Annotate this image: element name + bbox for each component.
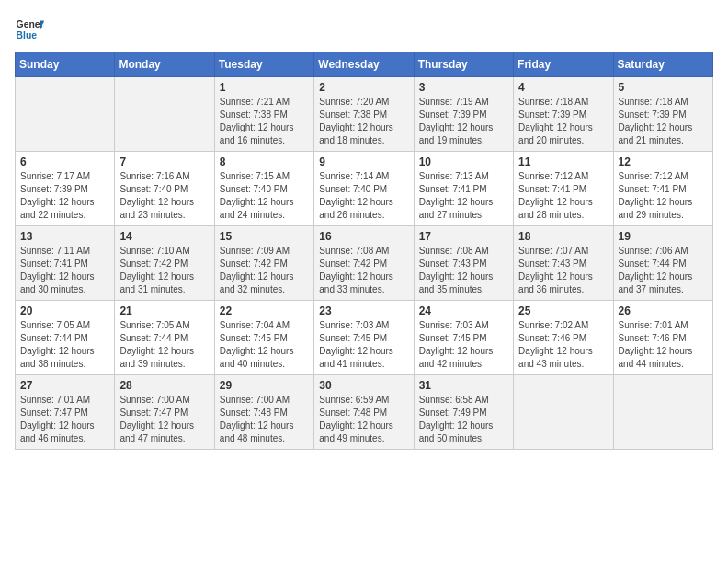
day-number: 12 <box>619 155 708 168</box>
day-info: Sunrise: 7:19 AM Sunset: 7:39 PM Dayligh… <box>419 96 508 147</box>
column-header-sunday: Sunday <box>16 52 115 77</box>
day-cell: 25Sunrise: 7:02 AM Sunset: 7:46 PM Dayli… <box>514 301 613 375</box>
day-cell <box>613 375 712 450</box>
day-info: Sunrise: 7:13 AM Sunset: 7:41 PM Dayligh… <box>419 170 508 222</box>
day-info: Sunrise: 7:01 AM Sunset: 7:46 PM Dayligh… <box>619 319 708 371</box>
day-number: 1 <box>220 81 309 94</box>
day-number: 13 <box>20 230 109 243</box>
day-info: Sunrise: 7:05 AM Sunset: 7:44 PM Dayligh… <box>20 319 109 371</box>
day-info: Sunrise: 7:00 AM Sunset: 7:48 PM Dayligh… <box>220 394 309 445</box>
day-cell: 14Sunrise: 7:10 AM Sunset: 7:42 PM Dayli… <box>115 226 214 301</box>
day-cell <box>514 375 613 450</box>
day-number: 24 <box>419 304 508 317</box>
day-number: 18 <box>518 230 608 243</box>
day-info: Sunrise: 7:04 AM Sunset: 7:45 PM Dayligh… <box>220 319 309 371</box>
column-header-tuesday: Tuesday <box>214 52 313 77</box>
day-info: Sunrise: 6:58 AM Sunset: 7:49 PM Dayligh… <box>419 394 508 445</box>
day-cell: 1Sunrise: 7:21 AM Sunset: 7:38 PM Daylig… <box>214 77 313 152</box>
day-cell: 10Sunrise: 7:13 AM Sunset: 7:41 PM Dayli… <box>414 152 513 226</box>
day-cell: 29Sunrise: 7:00 AM Sunset: 7:48 PM Dayli… <box>214 375 313 450</box>
day-cell: 30Sunrise: 6:59 AM Sunset: 7:48 PM Dayli… <box>314 375 414 450</box>
day-number: 28 <box>119 379 209 392</box>
day-info: Sunrise: 7:18 AM Sunset: 7:39 PM Dayligh… <box>619 96 708 147</box>
day-cell: 7Sunrise: 7:16 AM Sunset: 7:40 PM Daylig… <box>115 152 214 226</box>
week-row-3: 13Sunrise: 7:11 AM Sunset: 7:41 PM Dayli… <box>16 226 713 301</box>
day-cell: 20Sunrise: 7:05 AM Sunset: 7:44 PM Dayli… <box>16 301 115 375</box>
day-cell: 4Sunrise: 7:18 AM Sunset: 7:39 PM Daylig… <box>514 77 613 152</box>
day-cell: 24Sunrise: 7:03 AM Sunset: 7:45 PM Dayli… <box>414 301 513 375</box>
day-number: 3 <box>419 81 508 94</box>
day-cell: 12Sunrise: 7:12 AM Sunset: 7:41 PM Dayli… <box>613 152 712 226</box>
day-number: 21 <box>119 304 209 317</box>
day-info: Sunrise: 7:17 AM Sunset: 7:39 PM Dayligh… <box>20 170 109 222</box>
week-row-1: 1Sunrise: 7:21 AM Sunset: 7:38 PM Daylig… <box>16 77 713 152</box>
svg-text:Blue: Blue <box>17 30 38 40</box>
day-number: 9 <box>319 155 408 168</box>
day-cell: 17Sunrise: 7:08 AM Sunset: 7:43 PM Dayli… <box>414 226 513 301</box>
day-cell <box>16 77 115 152</box>
day-cell: 27Sunrise: 7:01 AM Sunset: 7:47 PM Dayli… <box>16 375 115 450</box>
logo-icon: General Blue <box>15 15 44 44</box>
day-number: 29 <box>220 379 309 392</box>
day-number: 4 <box>518 81 608 94</box>
week-row-5: 27Sunrise: 7:01 AM Sunset: 7:47 PM Dayli… <box>16 375 713 450</box>
day-number: 7 <box>119 155 209 168</box>
day-info: Sunrise: 7:21 AM Sunset: 7:38 PM Dayligh… <box>220 96 309 147</box>
day-cell: 15Sunrise: 7:09 AM Sunset: 7:42 PM Dayli… <box>214 226 313 301</box>
day-number: 2 <box>319 81 408 94</box>
day-info: Sunrise: 7:12 AM Sunset: 7:41 PM Dayligh… <box>619 170 708 222</box>
day-number: 23 <box>319 304 408 317</box>
day-info: Sunrise: 7:08 AM Sunset: 7:42 PM Dayligh… <box>319 245 408 296</box>
column-header-friday: Friday <box>514 52 613 77</box>
day-number: 5 <box>619 81 708 94</box>
day-number: 6 <box>20 155 109 168</box>
day-info: Sunrise: 7:15 AM Sunset: 7:40 PM Dayligh… <box>220 170 309 222</box>
day-cell: 26Sunrise: 7:01 AM Sunset: 7:46 PM Dayli… <box>613 301 712 375</box>
day-number: 31 <box>419 379 508 392</box>
day-info: Sunrise: 7:16 AM Sunset: 7:40 PM Dayligh… <box>119 170 209 222</box>
day-cell: 19Sunrise: 7:06 AM Sunset: 7:44 PM Dayli… <box>613 226 712 301</box>
day-info: Sunrise: 7:01 AM Sunset: 7:47 PM Dayligh… <box>20 394 109 445</box>
day-info: Sunrise: 7:08 AM Sunset: 7:43 PM Dayligh… <box>419 245 508 296</box>
day-info: Sunrise: 6:59 AM Sunset: 7:48 PM Dayligh… <box>319 394 408 445</box>
day-info: Sunrise: 7:03 AM Sunset: 7:45 PM Dayligh… <box>319 319 408 371</box>
day-info: Sunrise: 7:06 AM Sunset: 7:44 PM Dayligh… <box>619 245 708 296</box>
day-number: 15 <box>220 230 309 243</box>
day-info: Sunrise: 7:18 AM Sunset: 7:39 PM Dayligh… <box>518 96 608 147</box>
day-number: 22 <box>220 304 309 317</box>
day-cell: 2Sunrise: 7:20 AM Sunset: 7:38 PM Daylig… <box>314 77 414 152</box>
day-cell: 5Sunrise: 7:18 AM Sunset: 7:39 PM Daylig… <box>613 77 712 152</box>
day-number: 30 <box>319 379 408 392</box>
day-number: 25 <box>518 304 608 317</box>
day-number: 8 <box>220 155 309 168</box>
day-info: Sunrise: 7:02 AM Sunset: 7:46 PM Dayligh… <box>518 319 608 371</box>
day-number: 27 <box>20 379 109 392</box>
day-number: 20 <box>20 304 109 317</box>
day-cell: 11Sunrise: 7:12 AM Sunset: 7:41 PM Dayli… <box>514 152 613 226</box>
day-info: Sunrise: 7:05 AM Sunset: 7:44 PM Dayligh… <box>119 319 209 371</box>
column-header-monday: Monday <box>115 52 214 77</box>
day-number: 26 <box>619 304 708 317</box>
day-cell: 21Sunrise: 7:05 AM Sunset: 7:44 PM Dayli… <box>115 301 214 375</box>
day-cell: 8Sunrise: 7:15 AM Sunset: 7:40 PM Daylig… <box>214 152 313 226</box>
day-cell: 31Sunrise: 6:58 AM Sunset: 7:49 PM Dayli… <box>414 375 513 450</box>
day-info: Sunrise: 7:14 AM Sunset: 7:40 PM Dayligh… <box>319 170 408 222</box>
logo: General Blue <box>15 15 44 44</box>
column-header-thursday: Thursday <box>414 52 513 77</box>
column-header-wednesday: Wednesday <box>314 52 414 77</box>
day-cell: 28Sunrise: 7:00 AM Sunset: 7:47 PM Dayli… <box>115 375 214 450</box>
day-info: Sunrise: 7:07 AM Sunset: 7:43 PM Dayligh… <box>518 245 608 296</box>
week-row-4: 20Sunrise: 7:05 AM Sunset: 7:44 PM Dayli… <box>16 301 713 375</box>
day-info: Sunrise: 7:09 AM Sunset: 7:42 PM Dayligh… <box>220 245 309 296</box>
column-header-saturday: Saturday <box>613 52 712 77</box>
day-cell: 9Sunrise: 7:14 AM Sunset: 7:40 PM Daylig… <box>314 152 414 226</box>
day-info: Sunrise: 7:00 AM Sunset: 7:47 PM Dayligh… <box>119 394 209 445</box>
day-cell: 3Sunrise: 7:19 AM Sunset: 7:39 PM Daylig… <box>414 77 513 152</box>
day-number: 16 <box>319 230 408 243</box>
day-info: Sunrise: 7:12 AM Sunset: 7:41 PM Dayligh… <box>518 170 608 222</box>
day-info: Sunrise: 7:03 AM Sunset: 7:45 PM Dayligh… <box>419 319 508 371</box>
page-header: General Blue <box>15 15 713 44</box>
day-number: 17 <box>419 230 508 243</box>
day-cell: 22Sunrise: 7:04 AM Sunset: 7:45 PM Dayli… <box>214 301 313 375</box>
day-info: Sunrise: 7:20 AM Sunset: 7:38 PM Dayligh… <box>319 96 408 147</box>
